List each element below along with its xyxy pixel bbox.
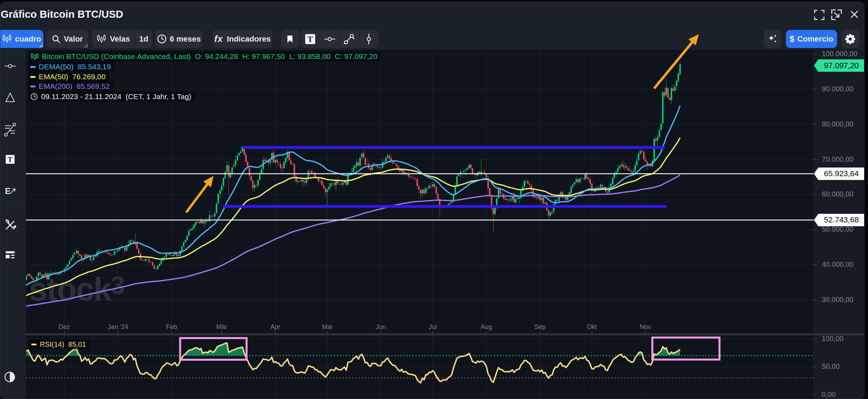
svg-text:65.923,64: 65.923,64	[824, 169, 859, 178]
svg-text:52.743,68: 52.743,68	[824, 215, 859, 224]
svg-text:97.097,20: 97.097,20	[824, 61, 859, 70]
svg-text:T: T	[8, 156, 13, 163]
svg-text:E: E	[5, 186, 11, 196]
